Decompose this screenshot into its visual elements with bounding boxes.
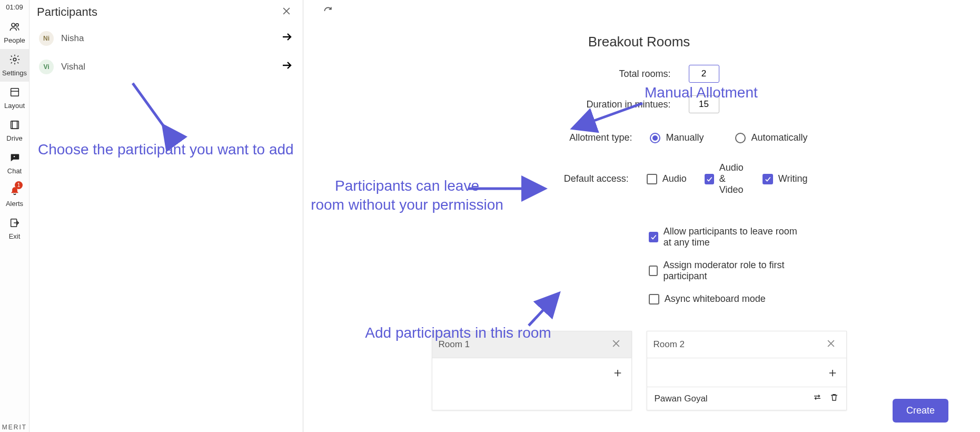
avatar: Vi bbox=[39, 60, 54, 74]
checkbox-icon bbox=[649, 266, 658, 276]
svg-point-0 bbox=[12, 23, 15, 26]
option-allow-leave-checkbox[interactable]: Allow participants to leave room at any … bbox=[649, 226, 808, 248]
duration-input[interactable] bbox=[689, 95, 719, 113]
avatar: Ni bbox=[39, 31, 54, 46]
refresh-button[interactable] bbox=[319, 3, 337, 21]
sidebar-item-label: Exit bbox=[9, 232, 21, 240]
alerts-badge: 1 bbox=[15, 181, 23, 189]
sidebar-item-label: Layout bbox=[4, 102, 25, 110]
total-rooms-label: Total rooms: bbox=[471, 68, 671, 80]
swap-icon bbox=[813, 394, 822, 404]
sidebar-item-label: Drive bbox=[6, 134, 22, 142]
assign-arrow-icon[interactable] bbox=[281, 31, 293, 46]
close-participants-button[interactable] bbox=[278, 3, 295, 21]
close-icon bbox=[281, 6, 292, 18]
exit-icon bbox=[9, 217, 21, 230]
checkbox-label: Audio bbox=[662, 173, 687, 184]
checkbox-label: Allow participants to leave room at any … bbox=[664, 226, 808, 248]
svg-rect-6 bbox=[12, 121, 17, 129]
checkbox-label: Assign moderator role to first participa… bbox=[663, 260, 807, 282]
checkbox-icon bbox=[649, 294, 659, 305]
svg-point-1 bbox=[16, 24, 18, 26]
svg-point-7 bbox=[13, 156, 14, 157]
room-remove-button[interactable] bbox=[607, 336, 625, 354]
plus-icon: ＋ bbox=[611, 365, 624, 379]
sidebar-item-layout[interactable]: Layout bbox=[0, 82, 29, 114]
room-member-name: Pawan Goyal bbox=[655, 394, 708, 404]
total-rooms-input[interactable] bbox=[689, 65, 719, 83]
checkbox-label: Async whiteboard mode bbox=[665, 293, 766, 305]
delete-member-button[interactable] bbox=[829, 392, 839, 405]
room-card: Room 2 ＋ Pawan Goyal bbox=[647, 331, 847, 410]
sidebar-item-label: Alerts bbox=[6, 200, 23, 208]
create-button[interactable]: Create bbox=[893, 399, 948, 423]
layout-icon bbox=[9, 86, 21, 100]
participants-title: Participants bbox=[37, 5, 97, 19]
sidebar-item-label: Settings bbox=[2, 69, 27, 77]
radio-icon bbox=[735, 133, 746, 143]
checkbox-label: Audio & Video bbox=[719, 162, 745, 195]
sidebar-rail: 01:09 People Settings Layout Drive bbox=[0, 0, 29, 432]
close-icon bbox=[826, 338, 836, 351]
page-title: Breakout Rooms bbox=[319, 34, 959, 50]
drive-icon bbox=[9, 119, 21, 132]
allotment-automatically-radio[interactable]: Automatically bbox=[735, 132, 807, 143]
trash-icon bbox=[829, 394, 839, 404]
allotment-manually-radio[interactable]: Manually bbox=[650, 132, 704, 143]
room-remove-button[interactable] bbox=[822, 336, 840, 354]
room-card: Room 1 ＋ bbox=[432, 331, 632, 410]
chat-icon bbox=[9, 152, 21, 165]
people-icon bbox=[9, 21, 21, 34]
sidebar-item-alerts[interactable]: 1 Alerts bbox=[0, 180, 29, 212]
assign-arrow-icon[interactable] bbox=[281, 59, 293, 75]
access-writing-checkbox[interactable]: Writing bbox=[763, 173, 808, 184]
access-audio-checkbox[interactable]: Audio bbox=[647, 173, 687, 184]
checkbox-icon bbox=[763, 174, 773, 184]
participants-panel: Participants Ni Nisha Vi Vishal bbox=[29, 0, 303, 432]
participant-row[interactable]: Vi Vishal bbox=[29, 53, 303, 81]
access-audio-video-checkbox[interactable]: Audio & Video bbox=[705, 162, 745, 195]
call-timer: 01:09 bbox=[6, 0, 23, 16]
sidebar-item-label: Chat bbox=[7, 167, 22, 175]
duration-label: Duration in mintues: bbox=[471, 99, 671, 110]
sidebar-item-label: People bbox=[4, 36, 25, 44]
refresh-icon bbox=[323, 6, 333, 18]
option-whiteboard-checkbox[interactable]: Async whiteboard mode bbox=[649, 293, 766, 305]
room-member-row: Pawan Goyal bbox=[647, 387, 846, 410]
participant-row[interactable]: Ni Nisha bbox=[29, 24, 303, 53]
checkbox-icon bbox=[647, 174, 657, 184]
sidebar-item-chat[interactable]: Chat bbox=[0, 147, 29, 180]
option-moderator-checkbox[interactable]: Assign moderator role to first participa… bbox=[649, 260, 808, 282]
allotment-type-label: Allotment type: bbox=[471, 132, 632, 143]
room-name: Room 1 bbox=[439, 339, 470, 350]
participant-name: Vishal bbox=[61, 62, 273, 72]
radio-icon bbox=[650, 133, 660, 143]
default-access-label: Default access: bbox=[471, 173, 629, 184]
checkbox-icon bbox=[705, 174, 714, 184]
participant-name: Nisha bbox=[61, 33, 273, 44]
radio-label: Automatically bbox=[751, 132, 807, 143]
room-name: Room 2 bbox=[654, 339, 685, 350]
gear-icon bbox=[9, 54, 21, 67]
main-content: Breakout Rooms Total rooms: Duration in … bbox=[303, 0, 980, 432]
sidebar-item-settings[interactable]: Settings bbox=[0, 49, 29, 82]
brand-logo: MERIT bbox=[2, 424, 27, 432]
sidebar-item-drive[interactable]: Drive bbox=[0, 114, 29, 147]
swap-member-button[interactable] bbox=[813, 392, 822, 405]
svg-point-2 bbox=[13, 58, 16, 61]
plus-icon: ＋ bbox=[826, 365, 839, 379]
room-add-participant-button[interactable]: ＋ bbox=[611, 366, 624, 379]
sidebar-item-people[interactable]: People bbox=[0, 16, 29, 49]
radio-label: Manually bbox=[666, 132, 704, 143]
close-icon bbox=[611, 338, 621, 351]
sidebar-item-exit[interactable]: Exit bbox=[0, 212, 29, 245]
checkbox-label: Writing bbox=[778, 173, 808, 184]
room-add-participant-button[interactable]: ＋ bbox=[826, 366, 839, 379]
svg-rect-3 bbox=[11, 89, 18, 96]
checkbox-icon bbox=[649, 232, 658, 242]
